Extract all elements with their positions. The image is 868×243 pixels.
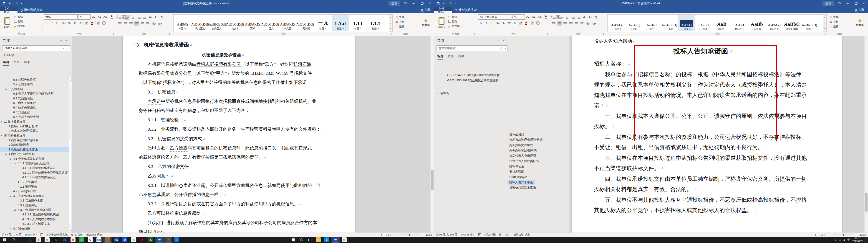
nav-heading-item[interactable]: 4.1.2 企业类型 <box>0 180 72 184</box>
cut-button[interactable]: ✂剪切 <box>448 15 460 19</box>
style-item[interactable]: AaBbC( Style 8 <box>608 15 625 31</box>
nav-heading-item[interactable]: 2 技术条款响应/偏离表 <box>0 129 72 133</box>
font-name-combo[interactable]: 方正小标宋简体▾ <box>478 15 512 20</box>
increase-indent-button[interactable] <box>143 15 147 20</box>
page-indicator[interactable]: 第 58 页, 共 73 页 <box>2 233 22 236</box>
nav-heading-item[interactable]: 4.1.3 银行资信 <box>0 184 72 189</box>
search-options-icon[interactable]: ▾ <box>504 47 506 49</box>
nav-heading-item[interactable]: 投标人告知承诺函 <box>507 180 535 185</box>
align-center-button[interactable] <box>557 21 562 26</box>
taskbar-app-icon[interactable]: X <box>147 237 155 243</box>
asian-layout-button[interactable]: A▾ <box>582 15 587 20</box>
taskbar-app-icon[interactable]: ◍ <box>52 237 60 243</box>
redo-button[interactable]: ↻ <box>16 2 18 5</box>
paragraph-dialog-launcher[interactable] <box>603 33 606 35</box>
shading-button[interactable]: A▾ <box>152 21 157 26</box>
nav-heading-item[interactable]: 4.2 产品销售业绩 <box>0 189 72 193</box>
style-item[interactable]: AaBbC Deed TOC <box>783 15 801 31</box>
style-item[interactable]: AaBbCcDdE 表内正文 <box>191 15 209 31</box>
style-item[interactable]: AaBbCcDdE 正文 <box>261 15 279 31</box>
nav-search-input[interactable] <box>438 47 499 50</box>
proofing-icon[interactable]: ✗ <box>40 234 43 236</box>
nav-heading-item[interactable]: 机密信息接受承诺函 <box>509 185 536 190</box>
document-scrollbar[interactable] <box>430 36 434 233</box>
distribute-button[interactable] <box>574 21 579 26</box>
italic-button[interactable]: I <box>50 21 55 26</box>
doc-line[interactable]: 不受让、租借、出租、出借资格或资质证书，无处罚期内的不良行为。↵ <box>594 142 817 153</box>
distribute-button[interactable] <box>140 21 145 26</box>
borders-button[interactable]: ⊞▾ <box>158 21 163 26</box>
ribbon-display-options-button[interactable] <box>835 0 843 7</box>
nav-heading-item[interactable]: 商务投标文件格式 <box>509 143 533 148</box>
find-button[interactable]: 查找▾ <box>829 15 840 19</box>
font-color-button[interactable]: A▾ <box>90 21 95 26</box>
font-name-combo[interactable]: 宋体▾ <box>44 15 78 20</box>
clipboard-dialog-launcher[interactable] <box>40 33 42 35</box>
doc-line[interactable]: (1)为项目进行必须了解该信息的其本身的雇员及其母公司和子公司的雇员及合作方的本… <box>139 218 308 227</box>
doc-line[interactable]: 务等任何秘密的或专有的信息，包括但不限于以下内容：↵ <box>139 106 308 115</box>
nav-tab[interactable]: 结果 <box>458 54 464 60</box>
taskbar-app-icon[interactable]: Q <box>121 237 129 243</box>
nav-tab[interactable]: 标题 <box>3 60 9 66</box>
doc-line[interactable]: 8.3 乙方的保密责任↵ <box>139 162 308 171</box>
bullets-button[interactable]: ▾ <box>551 15 557 20</box>
style-gallery-scroll[interactable]: ▲▼▼ <box>389 15 393 32</box>
clear-search-icon[interactable]: ✕ <box>63 47 65 50</box>
copy-button[interactable]: 复制 <box>448 20 460 23</box>
nav-heading-item[interactable]: 4.3.3.3 相关制度文本 <box>0 222 72 226</box>
doc-line[interactable]: 本机密信息接受承诺函由盘锦志野橡塑有限公司（以下简称“乙方”）针对同辽河石油↵ <box>139 60 308 69</box>
start-button[interactable] <box>288 237 298 243</box>
doc-line[interactable]: 本承诺中所称机密信息是指因执行本次招标而直接或间接地接触到的相关组织机构、业↵ <box>139 97 308 106</box>
addin-button[interactable]: 加载项 <box>419 15 432 32</box>
increase-indent-button[interactable] <box>577 15 581 20</box>
character-shading-button[interactable]: A <box>96 21 101 26</box>
shrink-font-button[interactable]: A▾ <box>97 15 102 20</box>
underline-button[interactable]: U▾ <box>490 21 495 26</box>
taskbar-app-icon[interactable]: ▣ <box>314 237 322 243</box>
numbering-button[interactable]: ▾ <box>558 15 564 20</box>
underline-button[interactable]: U▾ <box>55 21 60 26</box>
proofing-icon[interactable]: ✗ <box>478 234 481 236</box>
titlebar[interactable]: ↶▾ ↻ ▾ 志野-投标文件-聚乙烯.docx - Word 登录 ─ ✕ <box>0 0 434 7</box>
nav-heading-item[interactable]: 法定代表人身份证明 <box>509 153 536 158</box>
nav-heading-item[interactable]: 4.1.1.2 职业健康安全管理体系认证 <box>0 170 72 175</box>
doc-line[interactable]: 乙方可以将机密信息透露给：↵ <box>139 209 308 218</box>
nav-heading-item[interactable]: 4.3.3.1 售后服务组织机构图 <box>0 212 72 217</box>
highlight-color-button[interactable]: ab▾ <box>84 21 89 26</box>
align-left-button[interactable] <box>551 21 556 26</box>
change-case-button[interactable]: Aa▾ <box>537 15 543 20</box>
doc-line[interactable]: 三、我单位在本项目投标过程中从招标公告列明的渠道获取招标文件，没有通过其他↵ <box>594 153 817 163</box>
nav-heading-item[interactable]: 商务条款响应/偏离表 <box>509 148 537 153</box>
taskbar-app-icon[interactable]: A <box>138 237 147 243</box>
doc-line[interactable]: 8.3.2 为履行项目之目的或在其它方面为了甲方的利益使用甲方的机密信息。↵ <box>139 199 308 209</box>
read-mode-button[interactable] <box>381 234 384 236</box>
font-color-button[interactable]: A▾ <box>524 21 529 26</box>
nav-collapse-icon[interactable]: ˅ <box>496 39 501 42</box>
multilevel-list-button[interactable]: ▾ <box>130 15 136 20</box>
task-view-button[interactable] <box>17 237 26 243</box>
nav-close-icon[interactable]: ✕ <box>64 39 69 42</box>
taskbar-app-icon[interactable]: xin <box>95 237 103 243</box>
nav-heading-item[interactable]: 技术条款响应/偏离表格式 <box>509 137 543 142</box>
copy-button[interactable]: 复制 <box>13 20 26 23</box>
undo-button[interactable]: ↶▾ <box>8 2 12 5</box>
clear-format-button[interactable]: A <box>109 15 114 20</box>
sort-button[interactable]: A↓ <box>588 15 593 20</box>
taskbar-app-icon[interactable]: T <box>173 237 181 243</box>
find-button[interactable]: 查找▾ <box>395 15 406 19</box>
nav-collapse-icon[interactable]: ˅ <box>58 39 63 42</box>
restore-button[interactable] <box>417 0 426 7</box>
nav-heading-item[interactable]: ◢4.1.1 管理体系认证证书 <box>0 161 72 166</box>
language-indicator[interactable]: 简体中文(中国大陆) <box>46 233 68 236</box>
zoom-level[interactable]: 130% <box>860 234 866 236</box>
style-item[interactable]: AaB Deed ... <box>713 15 731 31</box>
line-spacing-button[interactable]: ▾ <box>146 21 151 26</box>
font-size-combo[interactable]: 小三▾ <box>513 15 525 20</box>
style-item[interactable]: AaBbCcDdE 无间隔 <box>297 15 314 31</box>
track-changes-indicator[interactable]: 修订: 关闭 <box>71 233 83 236</box>
cut-button[interactable]: ✂剪切 <box>13 15 26 19</box>
doc-line[interactable]: 8.1 机密信息↵ <box>139 87 308 97</box>
qat-customize-button[interactable]: ▾ <box>455 2 456 4</box>
style-item[interactable]: AaBbC( 002 <box>625 15 643 31</box>
minimize-button[interactable]: ─ <box>409 0 417 7</box>
